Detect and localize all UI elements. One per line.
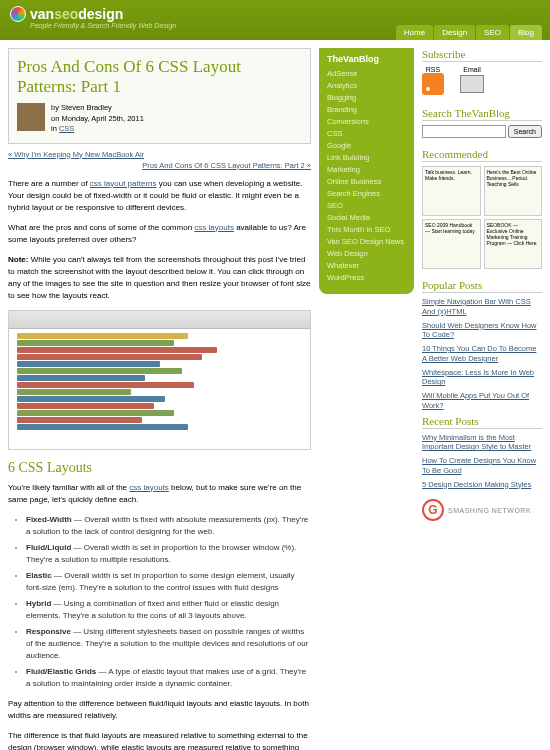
recommended-heading: Recommended bbox=[422, 148, 542, 162]
list-item: Hybrid — Using a combination of fixed an… bbox=[26, 598, 311, 622]
ad-tile[interactable]: SEOBOOK — Exclusive Online Marketing Tra… bbox=[484, 219, 543, 269]
next-post-link[interactable]: Pros And Cons Of 6 CSS Layout Patterns: … bbox=[8, 161, 311, 170]
smashing-badge[interactable]: G SMASHING NETWORK bbox=[422, 499, 542, 521]
search-heading: Search TheVanBlog bbox=[422, 107, 542, 121]
ad-grid: Talk business. Learn. Make friends.Here'… bbox=[422, 166, 542, 269]
body-link[interactable]: css layouts bbox=[129, 483, 169, 492]
recent-link[interactable]: How To Create Designs You Know To Be Goo… bbox=[422, 456, 542, 476]
recent-link[interactable]: 5 Design Decision Making Styles bbox=[422, 480, 542, 490]
sidebar-item[interactable]: Analytics bbox=[327, 80, 406, 92]
byline: by Steven Bradley on Monday, April 25th,… bbox=[51, 103, 144, 135]
main-column: Pros And Cons Of 6 CSS Layout Patterns: … bbox=[8, 48, 311, 750]
ad-tile[interactable]: Talk business. Learn. Make friends. bbox=[422, 166, 481, 216]
sidebar-item[interactable]: Google bbox=[327, 140, 406, 152]
sidebar-item[interactable]: Web Design bbox=[327, 248, 406, 260]
logo[interactable]: vanseodesign bbox=[10, 6, 540, 22]
search-input[interactable] bbox=[422, 125, 506, 138]
section-heading: 6 CSS Layouts bbox=[8, 460, 311, 476]
popular-link[interactable]: Simple Navigation Bar With CSS And (x)HT… bbox=[422, 297, 542, 317]
avatar bbox=[17, 103, 45, 131]
popular-link[interactable]: Whitespace: Less Is More In Web Design bbox=[422, 368, 542, 388]
list-item: Fluid/Liquid — Overall width is set in p… bbox=[26, 542, 311, 566]
sidebar-item[interactable]: CSS bbox=[327, 128, 406, 140]
popular-list: Simple Navigation Bar With CSS And (x)HT… bbox=[422, 297, 542, 411]
ad-tile[interactable]: SEO 2009 Handbook — Start learning today bbox=[422, 219, 481, 269]
list-item: Elastic — Overall width is set in propor… bbox=[26, 570, 311, 594]
smashing-icon: G bbox=[422, 499, 444, 521]
site-header: vanseodesign People Friendly & Search Fr… bbox=[0, 0, 550, 40]
recent-list: Why Minimalism is the Most Important Des… bbox=[422, 433, 542, 490]
ad-tile[interactable]: Here's the Best Online Business... Perio… bbox=[484, 166, 543, 216]
mail-icon bbox=[460, 75, 484, 93]
nav-blog[interactable]: Blog bbox=[510, 25, 542, 40]
recent-link[interactable]: Why Minimalism is the Most Important Des… bbox=[422, 433, 542, 453]
list-item: Fluid/Elastic Grids — A type of elastic … bbox=[26, 666, 311, 690]
sidebar-item[interactable]: Branding bbox=[327, 104, 406, 116]
article-header: Pros And Cons Of 6 CSS Layout Patterns: … bbox=[8, 48, 311, 144]
layout-list: Fixed-Width — Overall width is fixed wit… bbox=[26, 514, 311, 690]
rss-link[interactable]: RSS bbox=[422, 66, 444, 97]
nav-seo[interactable]: SEO bbox=[476, 25, 509, 40]
right-column: Subscribe RSS Email Search TheVanBlog Se… bbox=[422, 48, 542, 750]
sidebar-item[interactable]: AdSense bbox=[327, 68, 406, 80]
article-body: There are a number of css layout pattern… bbox=[8, 178, 311, 751]
sidebar-item[interactable]: Link Building bbox=[327, 152, 406, 164]
popular-heading: Popular Posts bbox=[422, 279, 542, 293]
logo-icon bbox=[10, 6, 26, 22]
sidebar-item[interactable]: Blogging bbox=[327, 92, 406, 104]
page-title: Pros And Cons Of 6 CSS Layout Patterns: … bbox=[17, 57, 302, 97]
body-link[interactable]: css layouts bbox=[194, 223, 234, 232]
sidebar-item[interactable]: Search Engines bbox=[327, 188, 406, 200]
post-nav: « Why I'm Keeping My New MacBook Air Pro… bbox=[8, 150, 311, 170]
sidebar-item[interactable]: Van SEO Design News bbox=[327, 236, 406, 248]
top-nav: HomeDesignSEOBlog bbox=[395, 25, 542, 40]
prev-post-link[interactable]: « Why I'm Keeping My New MacBook Air bbox=[8, 150, 144, 159]
email-link[interactable]: Email bbox=[460, 66, 484, 97]
sidebar-item[interactable]: Online Business bbox=[327, 176, 406, 188]
subscribe-heading: Subscribe bbox=[422, 48, 542, 62]
logo-text: vanseodesign bbox=[30, 6, 123, 22]
body-link[interactable]: css layout patterns bbox=[90, 179, 157, 188]
sidebar-title: TheVanBlog bbox=[327, 54, 406, 64]
search-button[interactable]: Search bbox=[508, 125, 542, 138]
popular-link[interactable]: 10 Things You Can Do To Become A Better … bbox=[422, 344, 542, 364]
list-item: Responsive — Using different stylesheets… bbox=[26, 626, 311, 662]
sidebar-item[interactable]: Social Media bbox=[327, 212, 406, 224]
rss-icon bbox=[422, 73, 444, 95]
popular-link[interactable]: Will Mobile Apps Put You Out Of Work? bbox=[422, 391, 542, 411]
nav-design[interactable]: Design bbox=[434, 25, 475, 40]
sidebar-item[interactable]: Marketing bbox=[327, 164, 406, 176]
category-sidebar: TheVanBlog AdSenseAnalyticsBloggingBrand… bbox=[319, 48, 414, 294]
sidebar-item[interactable]: WordPress bbox=[327, 272, 406, 284]
sidebar-item[interactable]: Whatever bbox=[327, 260, 406, 272]
recent-heading: Recent Posts bbox=[422, 415, 542, 429]
list-item: Fixed-Width — Overall width is fixed wit… bbox=[26, 514, 311, 538]
sidebar-item[interactable]: Conversions bbox=[327, 116, 406, 128]
sidebar-item[interactable]: This Month In SEO bbox=[327, 224, 406, 236]
category-link[interactable]: CSS bbox=[59, 124, 74, 133]
popular-link[interactable]: Should Web Designers Know How To Code? bbox=[422, 321, 542, 341]
nav-home[interactable]: Home bbox=[396, 25, 433, 40]
sidebar-item[interactable]: SEO bbox=[327, 200, 406, 212]
screenshot[interactable] bbox=[8, 310, 311, 450]
